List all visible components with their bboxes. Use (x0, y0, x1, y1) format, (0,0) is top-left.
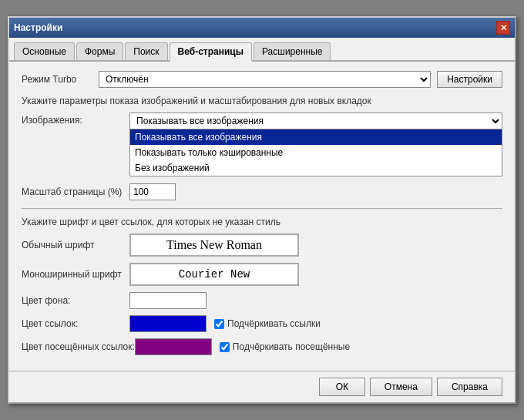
underline-label: Подчёркивать ссылки (227, 318, 321, 329)
visited-underline-checkbox[interactable] (220, 342, 230, 352)
tab-search[interactable]: Поиск (125, 42, 167, 60)
cancel-button[interactable]: Отмена (370, 378, 432, 396)
tabs-bar: Основные Формы Поиск Веб-страницы Расшир… (9, 38, 515, 62)
divider-1 (22, 208, 502, 209)
serif-row: Обычный шрифт Times New Roman (22, 234, 502, 257)
tab-osnov[interactable]: Основные (14, 42, 75, 60)
images-section-desc: Укажите параметры показа изображений и м… (22, 96, 502, 106)
visited-color-swatch[interactable] (135, 338, 212, 355)
tab-advanced[interactable]: Расширенные (254, 42, 331, 60)
content-area: Режим Turbo Отключён Настройки Укажите п… (9, 62, 515, 371)
link-color-row: Цвет ссылок: Подчёркивать ссылки (22, 315, 502, 332)
link-color-label: Цвет ссылок: (22, 318, 129, 329)
images-dropdown[interactable]: Показывать все изображения Показывать то… (129, 129, 502, 176)
bg-color-row: Цвет фона: (22, 292, 502, 309)
help-button[interactable]: Справка (437, 378, 502, 396)
title-bar: Настройки ✕ (9, 18, 515, 38)
scale-row: Масштаб страницы (%) (22, 183, 502, 200)
scale-input[interactable] (129, 183, 176, 200)
visited-underline-label: Подчёркивать посещённые (233, 341, 350, 352)
bottom-bar: ОК Отмена Справка (9, 371, 515, 402)
mono-font-button[interactable]: Courier New (129, 263, 299, 286)
tab-forms[interactable]: Формы (76, 42, 123, 60)
turbo-select[interactable]: Отключён (99, 71, 431, 88)
turbo-label: Режим Turbo (22, 74, 99, 85)
serif-font-button[interactable]: Times New Roman (129, 234, 299, 257)
images-label: Изображения: (22, 113, 129, 126)
underline-checkbox-label[interactable]: Подчёркивать ссылки (214, 318, 321, 329)
images-select-wrapper: Показывать все изображения Показывать вс… (129, 113, 502, 129)
mono-row: Моноширинный шрифт Courier New (22, 263, 502, 286)
images-option-all[interactable]: Показывать все изображения (130, 129, 502, 145)
serif-label: Обычный шрифт (22, 240, 129, 250)
images-option-cached[interactable]: Показывать только кэшированные (130, 145, 502, 160)
settings-window: Настройки ✕ Основные Формы Поиск Веб-стр… (8, 16, 516, 404)
underline-checkbox[interactable] (214, 319, 224, 329)
visited-color-row: Цвет посещённых ссылок: Подчёркивать пос… (22, 338, 502, 355)
bg-color-swatch[interactable] (129, 292, 207, 309)
images-select[interactable]: Показывать все изображения (129, 113, 502, 129)
fonts-section-desc: Укажите шрифт и цвет ссылок, для которых… (22, 217, 502, 227)
images-option-none[interactable]: Без изображений (130, 160, 502, 176)
ok-button[interactable]: ОК (319, 378, 365, 396)
mono-label: Моноширинный шрифт (22, 269, 129, 280)
visited-color-label: Цвет посещённых ссылок: (22, 341, 135, 352)
link-color-swatch[interactable] (129, 315, 207, 332)
tab-webpages[interactable]: Веб-страницы (170, 42, 252, 62)
bg-color-label: Цвет фона: (22, 295, 129, 306)
turbo-settings-button[interactable]: Настройки (437, 71, 502, 88)
window-title: Настройки (14, 22, 62, 33)
scale-label: Масштаб страницы (%) (22, 186, 129, 197)
turbo-row: Режим Turbo Отключён Настройки (22, 71, 502, 88)
close-button[interactable]: ✕ (496, 21, 510, 35)
visited-underline-checkbox-label[interactable]: Подчёркивать посещённые (220, 341, 350, 352)
